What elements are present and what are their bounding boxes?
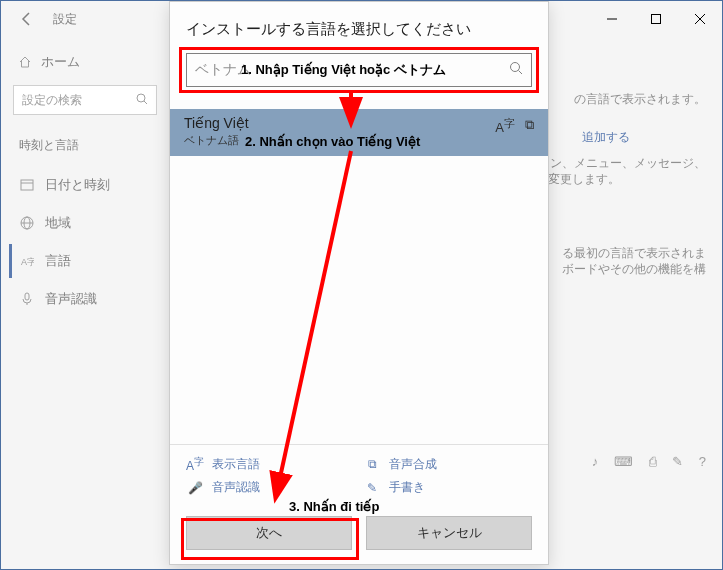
mic-icon (19, 291, 35, 307)
sidebar-item-language[interactable]: A字 言語 (9, 244, 161, 278)
language-feature-icons: A字 ⧉ (495, 117, 534, 135)
sidebar-item-region[interactable]: 地域 (9, 206, 161, 240)
bg-text: ョン、メニュー、メッセージ、 (538, 155, 706, 172)
svg-point-13 (511, 63, 520, 72)
back-button[interactable] (9, 1, 45, 37)
display-lang-icon: A字 (495, 117, 515, 135)
tts-icon: ⧉ (363, 457, 381, 471)
svg-rect-12 (25, 293, 29, 300)
search-icon (136, 93, 148, 108)
feat-hw: ✎手書き (363, 479, 532, 496)
sidebar-item-label: 日付と時刻 (45, 176, 110, 194)
bg-text: ボードやその他の機能を構 (562, 261, 706, 278)
tts-icon: ⧉ (525, 117, 534, 135)
bg-text: る最初の言語で表示されま (562, 245, 706, 262)
home-icon (17, 54, 33, 70)
search-icon (509, 61, 523, 79)
language-localized-name: ベトナム語 (184, 133, 534, 148)
minimize-button[interactable] (590, 1, 634, 37)
globe-icon (19, 215, 35, 231)
cancel-button[interactable]: キャンセル (366, 516, 532, 550)
language-native-name: Tiếng Việt (184, 115, 534, 131)
sidebar-item-label: ホーム (41, 53, 80, 71)
svg-point-4 (137, 94, 145, 102)
sidebar-section-title: 時刻と言語 (9, 133, 161, 164)
app-title: 設定 (53, 11, 77, 28)
input-indicator-icons: ♪ ⌨ ⎙ ✎ ? (592, 454, 712, 469)
sidebar-item-datetime[interactable]: 日付と時刻 (9, 168, 161, 202)
sidebar-item-label: 地域 (45, 214, 71, 232)
language-search-value: ベトナム (195, 61, 251, 79)
display-lang-icon: A字 (186, 455, 204, 473)
language-icon: A字 (19, 253, 35, 269)
sidebar-item-label: 言語 (45, 252, 71, 270)
calendar-icon (19, 177, 35, 193)
feat-display: A字表示言語 (186, 455, 355, 473)
svg-text:A字: A字 (21, 257, 34, 267)
mic-icon: 🎤 (186, 481, 204, 495)
sidebar-item-home[interactable]: ホーム (9, 47, 161, 77)
feat-label: 表示言語 (212, 456, 260, 473)
close-button[interactable] (678, 1, 722, 37)
feat-label: 音声合成 (389, 456, 437, 473)
feat-tts: ⧉音声合成 (363, 455, 532, 473)
feat-label: 手書き (389, 479, 425, 496)
next-button[interactable]: 次へ (186, 516, 352, 550)
feat-sr: 🎤音声認識 (186, 479, 355, 496)
feature-legend: A字表示言語 ⧉音声合成 🎤音声認識 ✎手書き (186, 455, 532, 496)
dialog-title: インストールする言語を選択してください (186, 20, 532, 39)
sidebar-item-speech[interactable]: 音声認識 (9, 282, 161, 316)
language-install-dialog: インストールする言語を選択してください ベトナム Tiếng Việt ベトナム… (169, 1, 549, 565)
language-result-vietnamese[interactable]: Tiếng Việt ベトナム語 A字 ⧉ (170, 109, 548, 156)
button-label: 次へ (256, 524, 282, 542)
handwriting-icon: ✎ (363, 481, 381, 495)
sidebar-item-label: 音声認識 (45, 290, 97, 308)
maximize-button[interactable] (634, 1, 678, 37)
button-label: キャンセル (417, 524, 482, 542)
feat-label: 音声認識 (212, 479, 260, 496)
svg-line-5 (144, 101, 147, 104)
svg-rect-6 (21, 180, 33, 190)
language-search-input[interactable]: ベトナム (186, 53, 532, 87)
bg-text: の言語で表示されます。 (574, 91, 706, 108)
settings-search-placeholder: 設定の検索 (22, 92, 82, 109)
settings-search[interactable]: 設定の検索 (13, 85, 157, 115)
bg-link-add[interactable]: 追加する (582, 129, 630, 146)
bg-text: 変更します。 (548, 171, 620, 188)
sidebar: ホーム 設定の検索 時刻と言語 日付と時刻 地域 A字 言語 音声認識 (1, 37, 169, 569)
svg-rect-1 (652, 15, 661, 24)
svg-line-14 (519, 71, 523, 75)
